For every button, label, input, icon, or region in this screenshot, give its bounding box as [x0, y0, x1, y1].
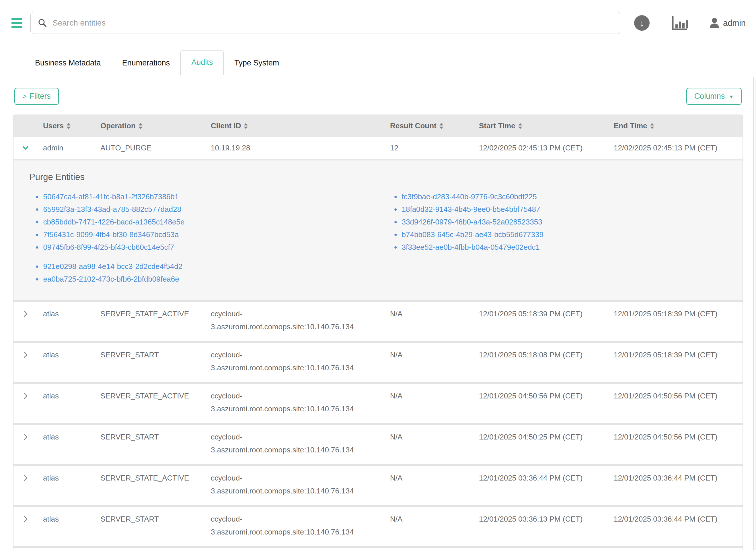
vertical-scrollbar[interactable]	[753, 77, 755, 550]
entity-guid-link[interactable]: 33d9426f-0979-46b0-a43a-52a028523353	[402, 217, 542, 226]
statistics-icon[interactable]	[671, 15, 688, 31]
cell-client-id: ccycloud-3.aszuromi.root.comops.site:10.…	[205, 308, 384, 333]
column-header-result-count[interactable]: Result Count	[384, 121, 473, 130]
tab-business-metadata[interactable]: Business Metadata	[24, 51, 112, 75]
entity-guid-link[interactable]: cb85bddb-7471-4226-bacd-a1365c148e5e	[43, 217, 185, 226]
entity-guid-link[interactable]: 65992f3a-13f3-43ad-a785-882c577dad28	[43, 205, 181, 214]
cell-operation: SERVER_STATE_ACTIVE	[95, 472, 205, 485]
cell-operation: AUTO_PURGE	[95, 141, 205, 154]
chevron-right-icon	[22, 515, 30, 523]
bullet-icon: •	[394, 218, 397, 226]
download-icon[interactable]: ↓	[634, 15, 650, 31]
entity-guid-link[interactable]: 7f56431c-9099-4fb4-bf30-8d3467bcd53a	[43, 230, 179, 239]
column-header-start-time[interactable]: Start Time	[473, 121, 608, 130]
purge-entities-title: Purge Entities	[29, 172, 731, 182]
entity-guid-link[interactable]: 09745fb6-8f99-4f25-bf43-cb60c14e5cf7	[43, 243, 174, 252]
column-header-end-time[interactable]: End Time	[608, 121, 743, 130]
chevron-down-icon	[21, 144, 30, 152]
filters-button-label: Filters	[30, 92, 51, 101]
chevron-right-icon	[22, 433, 30, 441]
sort-icon	[139, 123, 143, 129]
table-row: atlas SERVER_START ccycloud-3.aszuromi.r…	[13, 505, 743, 546]
sort-icon	[518, 123, 522, 129]
table-row: atlas SERVER_STATE_ACTIVE ccycloud-3.asz…	[13, 300, 743, 341]
tab-type-system[interactable]: Type System	[224, 51, 290, 75]
entity-guid-link[interactable]: ea0ba725-2102-473c-bfb6-2bfdb09fea6e	[43, 275, 179, 284]
table-row: atlas SERVER_START ccycloud-3.aszuromi.r…	[13, 423, 743, 464]
cell-start-time: 12/01/2025 04:50:56 PM (CET)	[473, 390, 608, 403]
cell-result-count: N/A	[384, 390, 473, 403]
list-item: •3f33ee52-ae0b-4fbb-b04a-05479e02edc1	[388, 242, 543, 255]
column-header-client-id[interactable]: Client ID	[205, 121, 384, 130]
columns-button[interactable]: Columns ▼	[686, 88, 742, 105]
cell-client-id: ccycloud-3.aszuromi.root.comops.site:10.…	[205, 472, 384, 498]
guid-list-left: •50647ca4-af81-41fc-b8a1-2f326b7386b1 •6…	[29, 192, 388, 287]
entity-guid-link[interactable]: b74bb083-645c-4b29-ae43-bcb55d677339	[402, 230, 543, 239]
tab-enumerations[interactable]: Enumerations	[112, 51, 181, 75]
chevron-right-icon: >	[22, 92, 27, 101]
bullet-icon: •	[394, 243, 397, 252]
cell-start-time: 12/02/2025 02:45:13 PM (CET)	[473, 141, 608, 154]
search-icon	[38, 18, 47, 28]
caret-down-icon: ▼	[729, 94, 734, 100]
search-box[interactable]	[30, 12, 620, 34]
table-row: atlas SERVER_STATE_ACTIVE ccycloud-3.asz…	[13, 382, 743, 423]
cell-user: atlas	[37, 390, 95, 403]
bullet-icon: •	[36, 205, 39, 214]
cell-end-time: 12/01/2025 05:18:39 PM (CET)	[608, 349, 743, 362]
entity-guid-link[interactable]: 3f33ee52-ae0b-4fbb-b04a-05479e02edc1	[402, 243, 540, 252]
chevron-right-icon	[22, 474, 30, 482]
cell-client-id: ccycloud-3.aszuromi.root.comops.site:10.…	[205, 431, 384, 456]
entity-guid-link[interactable]: 921e0298-aa98-4e14-bcc3-2d2cde4f54d2	[43, 262, 183, 271]
username-label: admin	[723, 18, 746, 28]
list-item: •b74bb083-645c-4b29-ae43-bcb55d677339	[388, 230, 543, 242]
table-row: atlas SERVER_STATE_ACTIVE ccycloud-3.asz…	[13, 464, 743, 505]
user-menu[interactable]: admin	[709, 17, 746, 28]
entity-guid-link[interactable]: 50647ca4-af81-41fc-b8a1-2f326b7386b1	[43, 192, 179, 201]
cell-end-time: 12/02/2025 02:45:13 PM (CET)	[608, 141, 743, 154]
column-header-users[interactable]: Users	[37, 121, 95, 130]
entity-guid-link[interactable]: 18fa0d32-9143-4b45-9ee0-b5e4bbf75487	[402, 205, 540, 214]
expand-row-button[interactable]	[13, 472, 37, 482]
bullet-icon: •	[394, 192, 397, 201]
cell-user: atlas	[37, 349, 95, 362]
expand-row-button[interactable]	[13, 431, 37, 441]
cell-user: admin	[37, 141, 95, 154]
cell-result-count: N/A	[384, 349, 473, 362]
entity-guid-link[interactable]: fc3f9bae-d283-440b-9776-9c3c60bdf225	[402, 192, 537, 201]
expand-row-button[interactable]	[13, 349, 37, 359]
expand-row-button[interactable]	[13, 308, 37, 318]
cell-client-id: ccycloud-3.aszuromi.root.comops.site:10.…	[205, 390, 384, 415]
table-row: admin AUTO_PURGE 10.19.19.28 12 12/02/20…	[13, 137, 743, 159]
cell-client-id: ccycloud-3.aszuromi.root.comops.site:10.…	[205, 349, 384, 374]
topbar-icons: ↓ admin	[634, 15, 746, 31]
expand-row-button[interactable]	[13, 390, 37, 400]
bullet-icon: •	[394, 205, 397, 214]
list-item: •18fa0d32-9143-4b45-9ee0-b5e4bbf75487	[388, 205, 543, 217]
list-item: •33d9426f-0979-46b0-a43a-52a028523353	[388, 217, 543, 230]
cell-user: atlas	[37, 308, 95, 320]
expand-row-button[interactable]	[13, 513, 37, 523]
column-header-operation[interactable]: Operation	[95, 121, 205, 130]
cell-result-count: 12	[384, 141, 473, 154]
sort-icon	[244, 123, 248, 129]
list-item: •65992f3a-13f3-43ad-a785-882c577dad28	[29, 205, 388, 217]
tab-audits[interactable]: Audits	[180, 50, 224, 75]
bullet-icon: •	[394, 230, 397, 239]
list-item: •cb85bddb-7471-4226-bacd-a1365c148e5e	[29, 217, 388, 230]
list-item: •ea0ba725-2102-473c-bfb6-2bfdb09fea6e	[29, 274, 388, 287]
cell-result-count: N/A	[384, 472, 473, 485]
cell-result-count: N/A	[384, 431, 473, 444]
table-header-row: Users Operation Client ID Result Count S…	[13, 115, 743, 137]
collapse-row-button[interactable]	[13, 144, 37, 152]
search-input[interactable]	[52, 18, 613, 28]
bullet-icon: •	[36, 192, 39, 201]
filters-button[interactable]: > Filters	[14, 88, 59, 105]
cell-end-time: 12/01/2025 04:50:56 PM (CET)	[608, 390, 743, 403]
cell-operation: SERVER_STATE_ACTIVE	[95, 390, 205, 403]
menu-icon[interactable]	[11, 18, 22, 28]
list-item: •50647ca4-af81-41fc-b8a1-2f326b7386b1	[29, 192, 388, 205]
list-item: •09745fb6-8f99-4f25-bf43-cb60c14e5cf7	[29, 242, 388, 255]
cell-end-time: 12/01/2025 04:50:56 PM (CET)	[608, 431, 743, 444]
sort-icon	[67, 123, 71, 129]
